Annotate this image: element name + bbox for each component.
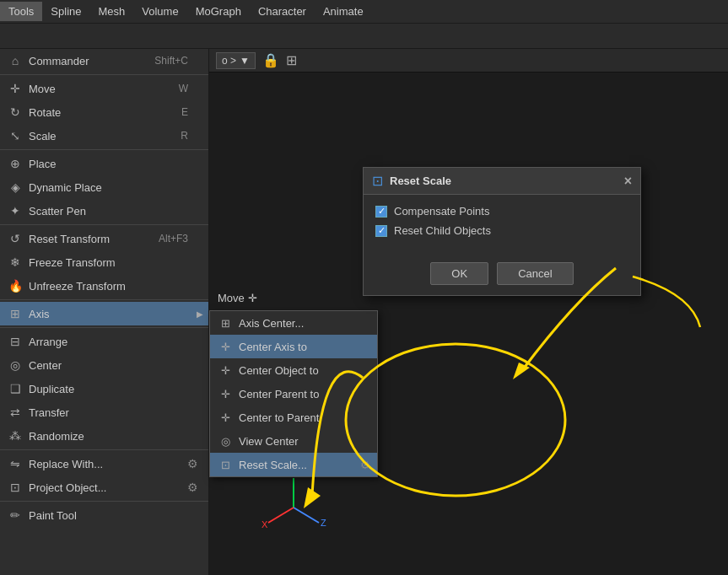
axis-center-icon: ⊞ — [217, 314, 234, 331]
viewport-dropdown[interactable]: o > ▼ — [216, 52, 256, 69]
menu-item-center[interactable]: ◎ Center — [0, 353, 208, 377]
center-parent-to-label: Center Parent to — [239, 388, 319, 400]
duplicate-label: Duplicate — [29, 383, 202, 395]
dialog-icon: ⊡ — [372, 173, 383, 189]
arrange-label: Arrange — [29, 336, 202, 348]
view-center-label: View Center — [239, 435, 299, 448]
cancel-button[interactable]: Cancel — [497, 262, 573, 285]
submenu-item-reset-scale[interactable]: ⊡ Reset Scale... ⚙ — [210, 453, 377, 476]
center-axis-to-icon: ✛ — [217, 338, 234, 355]
menu-mesh[interactable]: Mesh — [90, 2, 134, 21]
center-parent-to-icon: ✛ — [217, 385, 234, 402]
menu-item-dynamic-place[interactable]: ◈ Dynamic Place — [0, 175, 208, 199]
dialog-close-button[interactable]: × — [624, 175, 632, 188]
submenu-item-center-parent-to[interactable]: ✛ Center Parent to — [210, 382, 377, 406]
dynamic-place-label: Dynamic Place — [29, 181, 202, 194]
sep5 — [0, 327, 208, 328]
dialog-title: Reset Scale — [390, 175, 617, 187]
menu-item-scale[interactable]: ⤡ Scale R — [0, 124, 208, 148]
menu-item-move[interactable]: ✛ Move W — [0, 77, 208, 100]
rotate-label: Rotate — [29, 106, 181, 119]
paint-tool-icon: ✏ — [7, 507, 24, 524]
menu-item-freeze-transform[interactable]: ❄ Freeze Transform — [0, 250, 208, 274]
move-text: Move — [218, 292, 245, 304]
svg-line-4 — [268, 508, 294, 523]
scale-icon: ⤡ — [7, 127, 24, 144]
menu-item-arrange[interactable]: ⊟ Arrange — [0, 330, 208, 353]
sep3 — [0, 224, 208, 225]
menu-mograph[interactable]: MoGraph — [187, 2, 250, 21]
dialog-buttons: OK Cancel — [364, 254, 640, 295]
randomize-label: Randomize — [29, 430, 202, 443]
reset-transform-label: Reset Transform — [29, 233, 159, 245]
viewport-lock-icon: 🔒 — [262, 52, 279, 68]
scale-label: Scale — [29, 130, 181, 142]
transfer-icon: ⇄ — [7, 404, 24, 421]
compensate-points-checkbox[interactable]: ✓ — [375, 206, 387, 218]
replace-with-label: Replace With... — [29, 458, 187, 470]
menu-item-scatter-pen[interactable]: ✦ Scatter Pen — [0, 199, 208, 223]
submenu-item-view-center[interactable]: ◎ View Center — [210, 429, 377, 453]
reset-child-objects-checkbox[interactable]: ✓ — [375, 225, 387, 237]
viewport-grid-icon: ⊞ — [286, 52, 297, 68]
menu-item-reset-transform[interactable]: ↺ Reset Transform Alt+F3 — [0, 227, 208, 250]
viewport-dropdown-label: o > — [222, 55, 236, 67]
center-to-parent-icon: ✛ — [217, 409, 234, 426]
reset-child-objects-label: Reset Child Objects — [394, 224, 491, 237]
svg-line-2 — [294, 508, 319, 523]
ok-button[interactable]: OK — [430, 262, 488, 285]
checkbox-check-1: ✓ — [378, 206, 386, 217]
commander-label: Commander — [29, 55, 154, 67]
main-area: ⌂ Commander Shift+C ✛ Move W ↻ Rotate E … — [0, 49, 728, 575]
menu-character[interactable]: Character — [250, 2, 315, 21]
submenu-item-axis-center[interactable]: ⊞ Axis Center... — [210, 311, 377, 335]
menu-tools[interactable]: Tools — [0, 2, 42, 21]
dialog-body: ✓ Compensate Points ✓ Reset Child Object… — [364, 195, 640, 254]
commander-shortcut: Shift+C — [154, 55, 202, 67]
menu-item-duplicate[interactable]: ❑ Duplicate — [0, 377, 208, 400]
reset-scale-dialog: ⊡ Reset Scale × ✓ Compensate Points ✓ Re… — [363, 167, 641, 296]
submenu-item-center-to-parent[interactable]: ✛ Center to Parent — [210, 406, 377, 429]
move-label: Move — [29, 83, 179, 95]
center-label: Center — [29, 359, 202, 372]
toolbar — [0, 24, 728, 49]
menu-item-randomize[interactable]: ⁂ Randomize — [0, 424, 208, 448]
move-plus-icon: ✛ — [248, 292, 257, 304]
menu-item-place[interactable]: ⊕ Place — [0, 152, 208, 175]
place-icon: ⊕ — [7, 155, 24, 172]
menu-animate[interactable]: Animate — [315, 2, 372, 21]
reset-scale-label: Reset Scale... — [239, 459, 307, 471]
menu-item-paint-tool[interactable]: ✏ Paint Tool — [0, 503, 208, 527]
center-icon: ◎ — [7, 357, 24, 373]
freeze-transform-icon: ❄ — [7, 254, 24, 271]
scale-shortcut: R — [181, 130, 202, 142]
menu-item-commander[interactable]: ⌂ Commander Shift+C — [0, 49, 208, 73]
menu-spline[interactable]: Spline — [42, 2, 89, 21]
scatter-pen-label: Scatter Pen — [29, 205, 202, 218]
svg-text:X: X — [262, 519, 268, 529]
reset-child-objects-row: ✓ Reset Child Objects — [375, 224, 628, 237]
menu-item-replace-with[interactable]: ⇋ Replace With... ⚙ — [0, 452, 208, 476]
svg-text:Z: Z — [321, 518, 326, 528]
reset-transform-icon: ↺ — [7, 230, 24, 247]
menu-volume[interactable]: Volume — [133, 2, 186, 21]
menu-item-unfreeze-transform[interactable]: 🔥 Unfreeze Transform — [0, 274, 208, 298]
menu-item-rotate[interactable]: ↻ Rotate E — [0, 100, 208, 124]
view-center-icon: ◎ — [217, 433, 234, 449]
rotate-shortcut: E — [181, 106, 202, 118]
replace-with-icon: ⇋ — [7, 455, 24, 472]
submenu-item-center-object-to[interactable]: ✛ Center Object to — [210, 358, 377, 382]
arrange-icon: ⊟ — [7, 333, 24, 350]
viewport-header: o > ▼ 🔒 ⊞ — [209, 49, 728, 73]
paint-tool-label: Paint Tool — [29, 509, 202, 522]
dialog-titlebar: ⊡ Reset Scale × — [364, 168, 640, 195]
dynamic-place-icon: ◈ — [7, 179, 24, 196]
center-object-to-label: Center Object to — [239, 364, 319, 377]
submenu-item-center-axis-to[interactable]: ✛ Center Axis to — [210, 335, 377, 358]
move-shortcut: W — [179, 83, 202, 94]
menu-item-project-object[interactable]: ⊡ Project Object... ⚙ — [0, 476, 208, 499]
menu-item-transfer[interactable]: ⇄ Transfer — [0, 400, 208, 424]
menu-item-axis[interactable]: ⊞ Axis — [0, 302, 208, 325]
move-icon: ✛ — [7, 80, 24, 97]
randomize-icon: ⁂ — [7, 427, 24, 444]
